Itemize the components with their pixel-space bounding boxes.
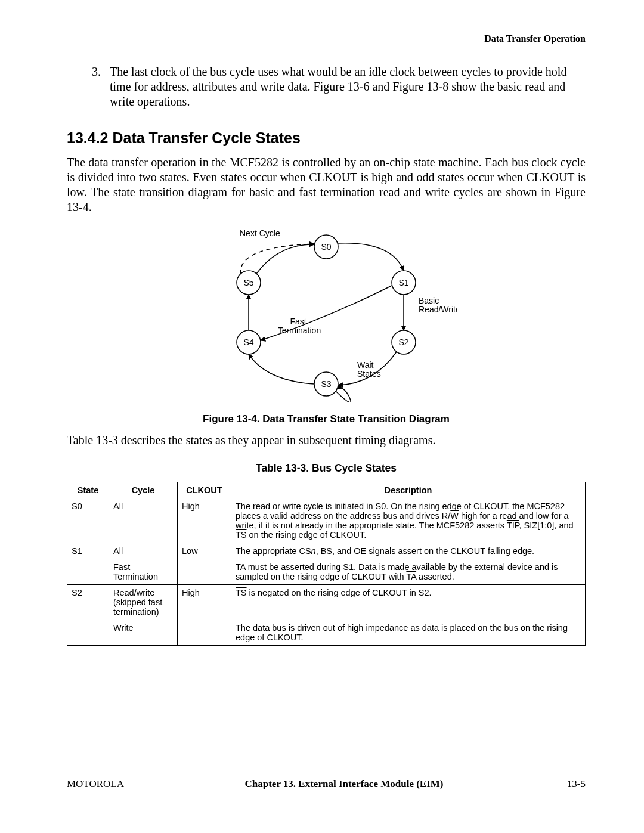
cell-cycle: Write [109, 620, 178, 646]
table-row: Fast TerminationTA must be asserted duri… [67, 559, 586, 585]
cell-clkout: Low [178, 543, 231, 585]
state-label-s3: S3 [321, 379, 331, 389]
list-text: The last clock of the bus cycle uses wha… [110, 64, 586, 109]
cell-cycle: Fast Termination [109, 559, 178, 585]
table-row: WriteThe data bus is driven out of high … [67, 620, 586, 646]
numbered-list-item-3: 3. The last clock of the bus cycle uses … [92, 64, 586, 109]
cell-cycle: All [109, 543, 178, 559]
cell-description: The read or write cycle is initiated in … [231, 498, 586, 543]
col-cycle: Cycle [109, 482, 178, 498]
table-row: S2Read/write (skipped fast termination)H… [67, 585, 586, 620]
state-label-s2: S2 [398, 337, 408, 347]
state-label-s1: S1 [398, 278, 408, 287]
figure-13-4: S0 S1 S2 S3 S4 S5 [195, 229, 457, 405]
col-clkout: CLKOUT [178, 482, 231, 498]
body-paragraph-2: Table 13-3 describes the states as they … [67, 432, 586, 448]
footer-left: MOTOROLA [67, 778, 138, 790]
section-heading: 13.4.2 Data Transfer Cycle States [67, 129, 586, 147]
cell-clkout: High [178, 585, 231, 646]
state-label-s5: S5 [243, 278, 253, 287]
table-caption: Table 13-3. Bus Cycle States [67, 462, 586, 475]
diagram-label-fast-term: Fast Termination [278, 317, 321, 335]
cell-clkout: High [178, 498, 231, 543]
table-header-row: State Cycle CLKOUT Description [67, 482, 586, 498]
figure-caption: Figure 13-4. Data Transfer State Transit… [67, 413, 586, 425]
body-paragraph-1: The data transfer operation in the MCF52… [67, 155, 586, 215]
cell-state: S2 [67, 585, 109, 646]
state-diagram-svg: S0 S1 S2 S3 S4 S5 [195, 229, 457, 402]
cell-cycle: All [109, 498, 178, 543]
state-label-s4: S4 [243, 337, 253, 347]
running-head: Data Transfer Operation [67, 33, 586, 44]
diagram-label-wait-states: Wait States [357, 360, 381, 379]
diagram-label-next-cycle: Next Cycle [240, 229, 280, 238]
cell-description: TA must be asserted during S1. Data is m… [231, 559, 586, 585]
cell-state: S1 [67, 543, 109, 585]
table-13-3: State Cycle CLKOUT Description S0AllHigh… [67, 482, 586, 646]
table-row: S1AllLowThe appropriate CSn, BS, and OE … [67, 543, 586, 559]
cell-description: TS is negated on the rising edge of CLKO… [231, 585, 586, 620]
cell-state: S0 [67, 498, 109, 543]
col-state: State [67, 482, 109, 498]
page-footer: MOTOROLA Chapter 13. External Interface … [67, 778, 586, 790]
list-number: 3. [92, 64, 103, 109]
footer-center: Chapter 13. External Interface Module (E… [138, 778, 550, 790]
diagram-label-basic-rw: Basic Read/Write [419, 296, 457, 314]
cell-description: The appropriate CSn, BS, and OE signals … [231, 543, 586, 559]
col-desc: Description [231, 482, 586, 498]
cell-description: The data bus is driven out of high imped… [231, 620, 586, 646]
footer-right: 13-5 [550, 778, 586, 790]
state-label-s0: S0 [321, 242, 331, 252]
cell-cycle: Read/write (skipped fast termination) [109, 585, 178, 620]
table-row: S0AllHighThe read or write cycle is init… [67, 498, 586, 543]
